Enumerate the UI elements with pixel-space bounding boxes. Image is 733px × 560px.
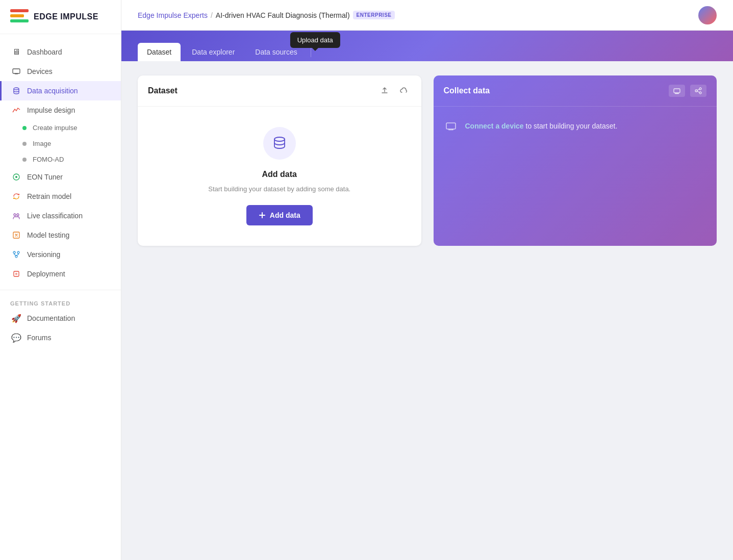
sidebar-item-deployment[interactable]: Deployment <box>0 264 121 284</box>
add-data-button[interactable]: Add data <box>246 205 313 225</box>
sidebar-item-model-testing-label: Model testing <box>27 231 69 239</box>
logo-bar-orange <box>10 14 24 17</box>
svg-point-11 <box>17 251 19 253</box>
sidebar-item-deployment-label: Deployment <box>27 270 65 278</box>
data-acquisition-icon <box>12 86 21 95</box>
collect-card-header: Collect data <box>434 75 717 107</box>
sidebar-item-forums-label: Forums <box>27 334 51 342</box>
devices-icon <box>12 67 21 76</box>
sidebar-item-eon-tuner[interactable]: EON Tuner <box>0 167 121 187</box>
sidebar-item-create-impulse-label: Create impulse <box>33 124 77 132</box>
sidebar: EDGE IMPULSE 🖥 Dashboard Devices Data ac… <box>0 0 121 560</box>
collect-card-body: Connect a device to start building your … <box>434 107 717 145</box>
model-testing-icon <box>12 231 21 240</box>
fomo-ad-dot <box>22 158 27 162</box>
svg-point-7 <box>14 214 16 216</box>
create-impulse-dot <box>22 126 27 130</box>
svg-point-8 <box>17 214 19 216</box>
sidebar-item-data-acquisition-label: Data acquisition <box>27 87 78 95</box>
svg-rect-0 <box>13 69 20 73</box>
svg-point-10 <box>13 251 15 253</box>
dataset-card-title: Dataset <box>148 86 178 95</box>
live-classification-icon <box>12 211 21 220</box>
svg-point-18 <box>699 92 701 94</box>
svg-point-12 <box>15 256 17 258</box>
logo-text: EDGE IMPULSE <box>34 12 98 21</box>
sidebar-item-data-acquisition[interactable]: Data acquisition <box>0 81 121 100</box>
forums-icon: 💬 <box>12 333 21 342</box>
sidebar-item-documentation-label: Documentation <box>27 314 75 322</box>
sidebar-item-impulse-design[interactable]: Impulse design <box>0 100 121 120</box>
dataset-card: Dataset Add data Start <box>138 75 421 246</box>
tab-data-explorer[interactable]: Data explorer <box>183 43 244 61</box>
sidebar-item-live-classification-label: Live classification <box>27 212 83 220</box>
content: Dataset Data explorer Data sources Uploa… <box>121 31 733 560</box>
sidebar-item-devices[interactable]: Devices <box>0 62 121 81</box>
logo-bar-red <box>10 9 29 12</box>
dataset-empty-title: Add data <box>262 170 297 179</box>
sidebar-item-eon-tuner-label: EON Tuner <box>27 173 63 181</box>
sidebar-item-versioning-label: Versioning <box>27 250 60 259</box>
dataset-cloud-btn[interactable] <box>397 85 411 97</box>
sidebar-item-devices-label: Devices <box>27 67 53 75</box>
device-icon <box>444 119 458 133</box>
sidebar-item-impulse-design-label: Impulse design <box>27 106 75 114</box>
sidebar-item-versioning[interactable]: Versioning <box>0 245 121 264</box>
sidebar-nav: 🖥 Dashboard Devices Data acquisition Imp… <box>0 34 121 560</box>
sidebar-item-documentation[interactable]: 🚀 Documentation <box>0 309 121 328</box>
dataset-card-body: Add data Start building your dataset by … <box>138 107 421 246</box>
sidebar-item-create-impulse[interactable]: Create impulse <box>0 120 121 136</box>
sidebar-item-forums[interactable]: 💬 Forums <box>0 328 121 347</box>
sidebar-item-model-testing[interactable]: Model testing <box>0 225 121 245</box>
dataset-empty-icon <box>263 127 296 160</box>
retrain-model-icon <box>12 192 21 201</box>
dataset-upload-btn[interactable] <box>377 85 392 97</box>
tab-dataset[interactable]: Dataset <box>138 43 181 61</box>
svg-point-16 <box>699 88 701 90</box>
collect-data-card: Collect data <box>434 75 717 246</box>
svg-point-4 <box>15 176 17 178</box>
cards-area: Dataset Add data Start <box>121 61 733 260</box>
sidebar-item-dashboard-label: Dashboard <box>27 48 62 56</box>
breadcrumb-current: AI-driven HVAC Fault Diagnosis (Thermal) <box>216 11 350 19</box>
breadcrumb-project[interactable]: Edge Impulse Experts <box>138 11 208 19</box>
svg-rect-15 <box>674 89 680 93</box>
collect-card-title: Collect data <box>444 86 490 95</box>
connect-device-link[interactable]: Connect a device <box>465 122 524 130</box>
collect-card-actions <box>669 85 706 97</box>
sidebar-item-fomo-ad[interactable]: FOMO-AD <box>0 151 121 167</box>
sidebar-item-retrain-model[interactable]: Retrain model <box>0 187 121 206</box>
sidebar-item-image[interactable]: Image <box>0 136 121 151</box>
purple-header: Dataset Data explorer Data sources Uploa… <box>121 31 733 61</box>
image-dot <box>22 142 27 146</box>
logo-icon <box>10 9 29 24</box>
avatar[interactable] <box>698 6 717 24</box>
impulse-design-icon <box>12 106 21 115</box>
eon-tuner-icon <box>12 172 21 182</box>
svg-point-14 <box>274 137 285 141</box>
sidebar-item-live-classification[interactable]: Live classification <box>0 206 121 225</box>
dataset-empty-desc: Start building your dataset by adding so… <box>208 185 350 193</box>
svg-rect-1 <box>15 73 18 74</box>
collect-card-share-btn[interactable] <box>690 85 706 97</box>
svg-rect-19 <box>446 123 456 129</box>
main: Edge Impulse Experts / AI-driven HVAC Fa… <box>121 0 733 560</box>
sidebar-item-fomo-ad-label: FOMO-AD <box>33 156 64 163</box>
logo[interactable]: EDGE IMPULSE <box>0 0 121 34</box>
add-data-button-label: Add data <box>270 211 300 219</box>
documentation-icon: 🚀 <box>12 314 21 323</box>
logo-bar-green <box>10 19 29 22</box>
getting-started-label: GETTING STARTED <box>0 296 121 309</box>
collect-card-body-text: Connect a device to start building your … <box>465 122 618 130</box>
dashboard-icon: 🖥 <box>12 47 21 57</box>
enterprise-badge: ENTERPRISE <box>353 11 395 19</box>
nav-divider <box>0 290 121 290</box>
dataset-card-header: Dataset <box>138 75 421 107</box>
breadcrumb-separator: / <box>211 11 213 19</box>
collect-card-device-btn[interactable] <box>669 85 685 97</box>
sidebar-item-image-label: Image <box>33 140 51 147</box>
collect-card-inner: Collect data <box>434 75 717 246</box>
upload-data-tooltip: Upload data <box>290 32 340 48</box>
sidebar-item-dashboard[interactable]: 🖥 Dashboard <box>0 42 121 62</box>
svg-point-2 <box>14 88 19 90</box>
